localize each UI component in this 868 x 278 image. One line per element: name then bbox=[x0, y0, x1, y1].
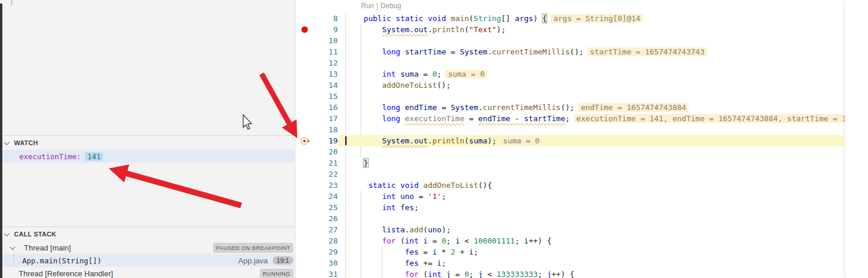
code-text: static void addOneToList(){ bbox=[345, 180, 845, 191]
call-stack-thread-reference-handler[interactable]: Thread [Reference Handler] RUNNING bbox=[0, 267, 296, 278]
code-line[interactable]: 26 bbox=[296, 213, 845, 224]
inline-debug-value: startTime = 1657474743743 bbox=[588, 47, 707, 56]
code-token: ; bbox=[565, 114, 570, 123]
code-line[interactable]: 21 } bbox=[296, 157, 845, 169]
code-line[interactable]: 13 int suma = 0;suma = 0 bbox=[296, 68, 845, 80]
breakpoint-gutter[interactable] bbox=[296, 235, 313, 246]
code-token: ++) { bbox=[529, 236, 551, 245]
code-token: [] bbox=[501, 14, 514, 23]
breakpoint-gutter[interactable] bbox=[296, 102, 313, 113]
code-line[interactable]: 27 lista.add(uno); bbox=[296, 224, 845, 235]
breakpoint-gutter[interactable] bbox=[296, 213, 313, 224]
breakpoint-gutter[interactable] bbox=[296, 113, 313, 124]
code-token: (); bbox=[437, 81, 451, 90]
line-number: 24 bbox=[313, 191, 338, 202]
call-stack-frame-app-main[interactable]: App.main(String[]) App.java 19:1 bbox=[0, 254, 296, 267]
breakpoint-gutter[interactable] bbox=[296, 80, 313, 91]
code-token: += bbox=[418, 259, 437, 267]
paused-breakpoint-icon[interactable] bbox=[301, 138, 308, 145]
code-line[interactable]: 24 int uno = '1'; bbox=[296, 191, 845, 202]
breakpoint-gutter[interactable] bbox=[296, 157, 313, 169]
sidebar-scrollbar[interactable] bbox=[11, 0, 12, 5]
code-token: . bbox=[428, 136, 433, 145]
code-token: static bbox=[368, 181, 400, 190]
code-line[interactable]: 14 addOneToList(); bbox=[296, 80, 845, 91]
code-line[interactable]: 18 bbox=[296, 124, 845, 135]
call-stack-section-header[interactable]: CALL STACK bbox=[0, 227, 296, 241]
breakpoint-gutter[interactable] bbox=[296, 224, 313, 235]
code-token: main bbox=[451, 14, 469, 23]
breakpoint-gutter[interactable] bbox=[296, 191, 313, 202]
breakpoint-gutter[interactable] bbox=[296, 57, 313, 68]
breakpoint-gutter[interactable] bbox=[296, 202, 313, 213]
breakpoint-gutter[interactable] bbox=[296, 13, 313, 24]
code-token bbox=[345, 236, 382, 245]
breakpoint-gutter[interactable] bbox=[296, 24, 313, 35]
code-line[interactable]: 23 static void addOneToList(){ bbox=[296, 180, 845, 191]
minimap[interactable] bbox=[845, 0, 868, 278]
breakpoint-gutter[interactable] bbox=[296, 135, 313, 146]
code-text bbox=[345, 57, 845, 68]
fold-margin bbox=[338, 91, 345, 102]
code-editor[interactable]: Run|Debug 8 public static void main(Stri… bbox=[296, 0, 845, 278]
watch-section-header[interactable]: WATCH bbox=[0, 136, 296, 150]
code-line[interactable]: 31 for (int j = 0; j < 133333333; j++) { bbox=[296, 269, 845, 278]
code-line[interactable]: 12 bbox=[296, 57, 845, 68]
code-token: ; bbox=[446, 236, 455, 245]
code-line[interactable]: 28 for (int i = 0; i < 100001111; i++) { bbox=[296, 235, 845, 246]
fold-margin bbox=[338, 202, 345, 213]
code-text bbox=[345, 146, 845, 157]
code-token: = bbox=[418, 70, 432, 78]
breakpoint-gutter[interactable] bbox=[296, 246, 313, 258]
breakpoint-gutter[interactable] bbox=[296, 169, 313, 180]
code-line[interactable]: 8 public static void main(String[] args)… bbox=[296, 13, 845, 24]
fold-margin bbox=[338, 68, 345, 80]
code-line[interactable]: 22 bbox=[296, 169, 845, 180]
thread-label: Thread [main] bbox=[24, 243, 71, 252]
code-line[interactable]: 11 long startTime = System.currentTimeMi… bbox=[296, 46, 845, 57]
line-number: 26 bbox=[313, 213, 338, 224]
code-token: ; bbox=[437, 70, 442, 78]
breakpoint-icon[interactable] bbox=[301, 26, 308, 33]
call-stack-thread-main[interactable]: Thread [main] PAUSED ON BREAKPOINT bbox=[0, 241, 296, 254]
code-line[interactable]: 19 System.out.println(suma);suma = 0 bbox=[296, 135, 845, 146]
breakpoint-gutter[interactable] bbox=[296, 258, 313, 269]
code-token: ; bbox=[441, 192, 446, 201]
code-line[interactable]: 10 bbox=[296, 35, 845, 46]
code-line[interactable]: 30 fes += i; bbox=[296, 258, 845, 269]
code-line[interactable]: 25 int fes; bbox=[296, 202, 845, 213]
breakpoint-gutter[interactable] bbox=[296, 180, 313, 191]
breakpoint-gutter[interactable] bbox=[296, 269, 313, 278]
breakpoint-gutter[interactable] bbox=[296, 91, 313, 102]
code-line[interactable]: 15 bbox=[296, 91, 845, 102]
breakpoint-gutter[interactable] bbox=[296, 124, 313, 135]
code-token bbox=[345, 14, 363, 23]
line-number: 12 bbox=[313, 57, 338, 68]
code-line[interactable]: 9 System.out.println("Text"); bbox=[296, 24, 845, 35]
code-line[interactable]: 16 long endTime = System.currentTimeMill… bbox=[296, 102, 845, 113]
breakpoint-gutter[interactable] bbox=[296, 146, 313, 157]
code-text bbox=[345, 35, 845, 46]
code-line[interactable]: 29 fes = i * 2 + i; bbox=[296, 246, 845, 258]
code-line[interactable]: 17 long executionTime = endTime - startT… bbox=[296, 113, 845, 124]
code-token: i bbox=[455, 236, 460, 245]
codelens-run-link[interactable]: Run bbox=[361, 2, 374, 10]
code-token: ; bbox=[441, 259, 446, 267]
code-token bbox=[345, 270, 405, 278]
code-text: } bbox=[345, 157, 845, 169]
code-token: public static void bbox=[363, 14, 451, 23]
code-token: add bbox=[410, 225, 423, 234]
code-token: addOneToList bbox=[382, 81, 437, 90]
code-token: < bbox=[483, 270, 496, 278]
breakpoint-gutter[interactable] bbox=[296, 46, 313, 57]
breakpoint-gutter[interactable] bbox=[296, 35, 313, 46]
inline-debug-value: endTime = 1657474743884 bbox=[578, 103, 688, 112]
fold-margin bbox=[338, 146, 345, 157]
code-text: long startTime = System.currentTimeMilli… bbox=[345, 46, 845, 57]
code-line[interactable]: 20 bbox=[296, 146, 845, 157]
watch-row-executiontime[interactable]: executionTime: 141 bbox=[0, 150, 296, 163]
code-token bbox=[345, 25, 382, 34]
codelens-debug-link[interactable]: Debug bbox=[380, 2, 401, 10]
code-text: addOneToList(); bbox=[345, 80, 845, 91]
breakpoint-gutter[interactable] bbox=[296, 68, 313, 80]
